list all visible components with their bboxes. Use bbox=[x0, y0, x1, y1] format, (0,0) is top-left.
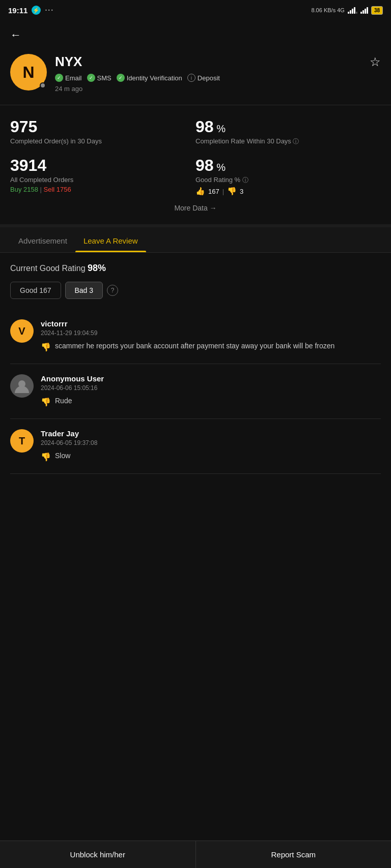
review-date: 2024-11-29 19:04:59 bbox=[41, 330, 381, 337]
badge-deposit: i Deposit bbox=[187, 74, 220, 82]
report-scam-button[interactable]: Report Scam bbox=[196, 841, 392, 868]
thumb-down-icon: 👎 bbox=[227, 187, 237, 196]
stat-good-rating: 98 % Good Rating % ⓘ 👍 167 | 👎 3 bbox=[196, 156, 381, 196]
time-display: 19:11 bbox=[8, 6, 27, 15]
badge-email-label: Email bbox=[65, 74, 82, 82]
tab-advertisement[interactable]: Advertisement bbox=[10, 227, 75, 252]
back-button[interactable]: ← bbox=[0, 20, 391, 50]
tabs-section: Advertisement Leave A Review bbox=[0, 227, 391, 253]
review-date: 2024-06-06 15:05:16 bbox=[41, 384, 381, 392]
profile-name: NYX bbox=[55, 54, 82, 70]
review-item: T Trader Jay 2024-06-05 19:37:08 👎 Slow bbox=[10, 419, 381, 474]
status-bar: 19:11 ⚡ ··· 8.06 KB/s 4G 38 bbox=[0, 0, 391, 20]
online-status-dot bbox=[40, 82, 46, 88]
thumb-down-icon: 👎 bbox=[41, 341, 51, 353]
anon-avatar-icon bbox=[13, 377, 31, 395]
signal-bars bbox=[348, 7, 357, 14]
review-content: Anonymous User 2024-06-06 15:05:16 👎 Rud… bbox=[41, 374, 381, 408]
last-seen: 24 m ago bbox=[55, 85, 381, 93]
filter-bad-button[interactable]: Bad 3 bbox=[65, 282, 103, 299]
badge-identity-label: Identity Verification bbox=[127, 74, 182, 82]
bar1 bbox=[348, 12, 349, 14]
bar9 bbox=[367, 7, 368, 14]
reviewer-name: victorrr bbox=[41, 319, 381, 328]
bar2 bbox=[350, 10, 351, 14]
bottom-spacer bbox=[0, 484, 391, 525]
bar8 bbox=[365, 9, 366, 14]
review-text: 👎 Slow bbox=[41, 451, 381, 463]
stat-label-completed-30: Completed Order(s) in 30 Days bbox=[10, 137, 196, 145]
info-icon-rating: ⓘ bbox=[242, 176, 248, 184]
badge-sms-label: SMS bbox=[97, 74, 111, 82]
rating-summary: Current Good Rating 98% bbox=[10, 263, 381, 274]
menu-dots: ··· bbox=[45, 6, 54, 14]
bar7 bbox=[362, 10, 364, 14]
check-icon-email: ✓ bbox=[55, 74, 63, 82]
review-text: 👎 Rude bbox=[41, 396, 381, 408]
profile-section: N NYX ☆ ✓ Email ✓ SMS ✓ Identity V bbox=[0, 50, 391, 105]
bar6 bbox=[360, 12, 362, 14]
signal-bars-2 bbox=[360, 7, 368, 14]
reviewer-name: Trader Jay bbox=[41, 429, 381, 438]
thumb-up-icon: 👍 bbox=[196, 187, 205, 196]
buy-count: Buy 2158 bbox=[10, 186, 38, 193]
badge-deposit-label: Deposit bbox=[198, 74, 220, 82]
unblock-button[interactable]: Unblock him/her bbox=[0, 841, 196, 868]
bar4 bbox=[354, 7, 355, 14]
reviewer-avatar-anon bbox=[10, 374, 34, 398]
profile-info: NYX ☆ ✓ Email ✓ SMS ✓ Identity Verificat… bbox=[55, 54, 381, 93]
status-right: 8.06 KB/s 4G 38 bbox=[311, 6, 383, 15]
badge-identity: ✓ Identity Verification bbox=[117, 74, 182, 82]
stats-grid: 975 Completed Order(s) in 30 Days 98 % C… bbox=[10, 117, 381, 196]
reviewer-avatar: T bbox=[10, 429, 34, 453]
stat-label-all-orders: All Completed Orders bbox=[10, 176, 196, 184]
back-arrow-icon[interactable]: ← bbox=[10, 28, 21, 41]
info-icon-completion: ⓘ bbox=[293, 138, 299, 145]
more-data-button[interactable]: More Data → bbox=[10, 204, 381, 212]
bar5 bbox=[356, 12, 357, 14]
favorite-button[interactable]: ☆ bbox=[370, 55, 381, 69]
check-icon-identity: ✓ bbox=[117, 74, 125, 82]
filter-good-button[interactable]: Good 167 bbox=[10, 282, 61, 299]
stat-sub-buy-sell: Buy 2158 | Sell 1756 bbox=[10, 186, 196, 193]
rating-icons: 👍 167 | 👎 3 bbox=[196, 187, 381, 196]
battery-indicator: 38 bbox=[371, 6, 383, 15]
reviewer-name: Anonymous User bbox=[41, 374, 381, 383]
stats-section: 975 Completed Order(s) in 30 Days 98 % C… bbox=[0, 105, 391, 224]
check-icon-sms: ✓ bbox=[87, 74, 95, 82]
bottom-bar: Unblock him/her Report Scam bbox=[0, 841, 391, 868]
avatar-wrapper: N bbox=[10, 54, 47, 91]
stat-label-completion-rate: Completion Rate Within 30 Days ⓘ bbox=[196, 137, 381, 146]
network-speed: 8.06 KB/s 4G bbox=[311, 7, 344, 13]
review-list: V victorrr 2024-11-29 19:04:59 👎 scammer… bbox=[10, 309, 381, 474]
filter-row: Good 167 Bad 3 ? bbox=[10, 282, 381, 299]
stat-all-orders: 3914 All Completed Orders Buy 2158 | Sel… bbox=[10, 156, 196, 196]
stat-value-good-rating: 98 % bbox=[196, 156, 381, 175]
bolt-icon: ⚡ bbox=[32, 6, 41, 15]
review-content: Trader Jay 2024-06-05 19:37:08 👎 Slow bbox=[41, 429, 381, 463]
review-text: 👎 scammer he reports your bank account a… bbox=[41, 341, 381, 353]
stat-value-completion-rate: 98 % bbox=[196, 117, 381, 136]
badge-sms: ✓ SMS bbox=[87, 74, 111, 82]
stat-value-all-orders: 3914 bbox=[10, 156, 196, 175]
review-date: 2024-06-05 19:37:08 bbox=[41, 439, 381, 446]
badge-email: ✓ Email bbox=[55, 74, 82, 82]
reviews-section: Current Good Rating 98% Good 167 Bad 3 ?… bbox=[0, 253, 391, 484]
stat-label-good-rating: Good Rating % ⓘ bbox=[196, 176, 381, 185]
review-item: V victorrr 2024-11-29 19:04:59 👎 scammer… bbox=[10, 309, 381, 364]
sell-count: Sell 1756 bbox=[44, 186, 71, 193]
tab-leave-review[interactable]: Leave A Review bbox=[75, 227, 146, 252]
info-icon-deposit: i bbox=[187, 74, 196, 82]
stat-completed-30: 975 Completed Order(s) in 30 Days bbox=[10, 117, 196, 146]
stat-completion-rate: 98 % Completion Rate Within 30 Days ⓘ bbox=[196, 117, 381, 146]
reviewer-avatar: V bbox=[10, 319, 34, 343]
profile-name-row: NYX ☆ bbox=[55, 54, 381, 70]
filter-help-button[interactable]: ? bbox=[107, 285, 118, 296]
tabs: Advertisement Leave A Review bbox=[0, 227, 391, 253]
profile-header: N NYX ☆ ✓ Email ✓ SMS ✓ Identity V bbox=[10, 54, 381, 93]
verification-badges: ✓ Email ✓ SMS ✓ Identity Verification i … bbox=[55, 74, 381, 82]
review-content: victorrr 2024-11-29 19:04:59 👎 scammer h… bbox=[41, 319, 381, 353]
thumb-down-icon: 👎 bbox=[41, 396, 51, 408]
thumb-down-icon: 👎 bbox=[41, 451, 51, 463]
stat-value-completed-30: 975 bbox=[10, 117, 196, 136]
